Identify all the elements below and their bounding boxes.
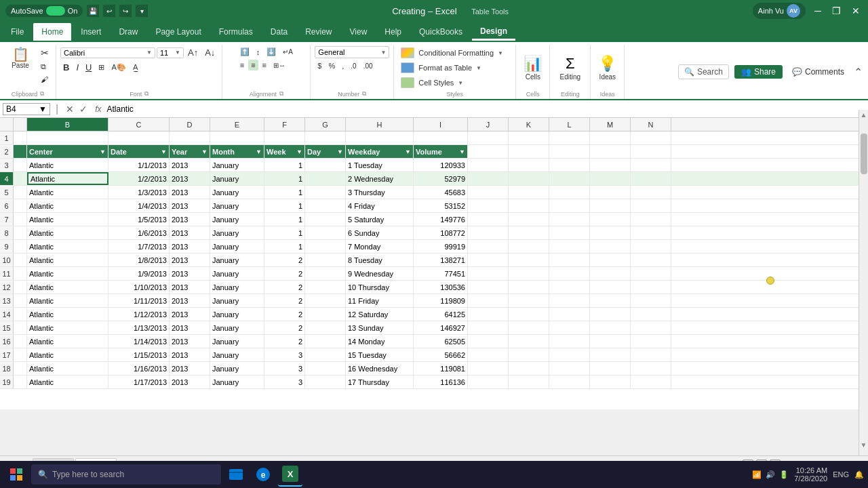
cell-d4[interactable]: 2013 (170, 172, 210, 185)
font-expand-icon[interactable]: ⧉ (144, 90, 149, 98)
col-header-n[interactable]: N (631, 118, 671, 131)
col-header-f[interactable]: F (264, 118, 305, 131)
share-button[interactable]: 👥 Share (734, 65, 783, 79)
percent-button[interactable]: % (326, 60, 338, 71)
autosave-badge[interactable]: AutoSave On (5, 5, 83, 17)
taskbar-edge-button[interactable]: e (251, 462, 275, 487)
name-box[interactable]: B4 ▼ (3, 103, 50, 115)
cell-d2-header[interactable]: Year▼ (170, 145, 210, 158)
minimize-button[interactable]: ─ (811, 4, 825, 18)
format-painter-button[interactable]: 🖌 (38, 74, 52, 85)
col-header-g[interactable]: G (305, 118, 346, 131)
cell-m3[interactable] (590, 159, 631, 171)
bold-button[interactable]: B (60, 61, 72, 74)
taskbar-explorer-button[interactable] (224, 462, 248, 487)
cell-f4[interactable]: 1 (264, 172, 305, 185)
ribbon-collapse-button[interactable]: ⌃ (854, 66, 863, 79)
cell-k1[interactable] (509, 131, 549, 144)
row-number[interactable]: 2 (0, 145, 14, 158)
corner-cell[interactable] (0, 118, 14, 131)
col-header-a[interactable] (14, 118, 27, 131)
tab-file[interactable]: File (3, 23, 32, 41)
col-header-e[interactable]: E (210, 118, 264, 131)
cell-c1[interactable] (108, 131, 170, 144)
cell-e3[interactable]: January (210, 159, 264, 171)
cell-m4[interactable] (590, 172, 631, 185)
tab-data[interactable]: Data (262, 23, 296, 41)
restore-button[interactable]: ❐ (830, 4, 844, 18)
format-as-table-button[interactable]: Format as Table ▼ (398, 61, 484, 75)
cell-n3[interactable] (631, 159, 671, 171)
cell-h4[interactable]: 2 Wednesday (346, 172, 414, 185)
row-number[interactable]: 4 (0, 172, 14, 185)
col-header-l[interactable]: L (549, 118, 590, 131)
tab-draw[interactable]: Draw (111, 23, 146, 41)
cell-k4[interactable] (509, 172, 549, 185)
confirm-formula-button[interactable]: ✓ (77, 103, 90, 115)
cell-b4-selected[interactable]: Atlantic (27, 172, 108, 185)
col-header-h[interactable]: H (346, 118, 414, 131)
col-header-i[interactable]: I (414, 118, 468, 131)
col-header-d[interactable]: D (170, 118, 210, 131)
notification-icon[interactable]: 🔔 (854, 470, 864, 479)
cell-e1[interactable] (210, 131, 264, 144)
cell-f3[interactable]: 1 (264, 159, 305, 171)
comments-button[interactable]: 💬 Comments (788, 65, 848, 79)
decrease-decimal-button[interactable]: .0 (348, 61, 359, 71)
volume-icon[interactable]: 🔊 (766, 470, 775, 479)
cell-e4[interactable]: January (210, 172, 264, 185)
cell-g2-header[interactable]: Day▼ (305, 145, 346, 158)
cell-e2-header[interactable]: Month▼ (210, 145, 264, 158)
cell-d3[interactable]: 2013 (170, 159, 210, 171)
decrease-font-button[interactable]: A↓ (202, 46, 218, 59)
language-indicator[interactable]: ENG (833, 470, 849, 479)
undo-icon[interactable]: ↩ (103, 5, 115, 17)
col-header-j[interactable]: J (468, 118, 509, 131)
wrap-text-button[interactable]: ↵A (280, 47, 296, 57)
cell-h1[interactable] (346, 131, 414, 144)
tab-page-layout[interactable]: Page Layout (147, 23, 209, 41)
merge-center-button[interactable]: ⊞↔ (271, 60, 288, 70)
cell-i4[interactable]: 52979 (414, 172, 468, 185)
col-header-k[interactable]: K (509, 118, 549, 131)
customize-qat-icon[interactable]: ▾ (136, 5, 148, 17)
tab-help[interactable]: Help (376, 23, 410, 41)
cell-k2[interactable] (509, 145, 549, 158)
comma-button[interactable]: , (339, 60, 347, 71)
cell-n1[interactable] (631, 131, 671, 144)
middle-align-button[interactable]: ↕ (254, 47, 263, 58)
cell-m2[interactable] (590, 145, 631, 158)
underline-button[interactable]: U (83, 61, 94, 74)
paste-button[interactable]: 📋 Paste (4, 46, 37, 70)
cut-button[interactable]: ✂ (38, 46, 52, 60)
cell-b2-header[interactable]: Center▼ (27, 145, 108, 158)
cell-j1[interactable] (468, 131, 509, 144)
ideas-button[interactable]: 💡 Ideas (595, 54, 620, 82)
alignment-expand-icon[interactable]: ⧉ (279, 90, 283, 98)
font-color-button[interactable]: A̲ (130, 62, 141, 73)
number-expand-icon[interactable]: ⧉ (362, 90, 366, 98)
cell-a4[interactable] (14, 172, 27, 185)
italic-button[interactable]: I (73, 61, 81, 74)
cell-l1[interactable] (549, 131, 590, 144)
border-button[interactable]: ⊞ (96, 62, 107, 73)
fill-color-button[interactable]: A🎨 (108, 62, 128, 73)
save-icon[interactable]: 💾 (87, 5, 99, 17)
left-align-button[interactable]: ≡ (237, 60, 247, 70)
cell-m1[interactable] (590, 131, 631, 144)
cell-g3[interactable] (305, 159, 346, 171)
close-button[interactable]: ✕ (849, 4, 863, 18)
cell-d1[interactable] (170, 131, 210, 144)
cell-b1[interactable] (27, 131, 108, 144)
cell-styles-button[interactable]: Cell Styles ▼ (398, 76, 466, 89)
font-size-selector[interactable]: 11 ▼ (157, 47, 184, 58)
cell-l4[interactable] (549, 172, 590, 185)
search-button[interactable]: 🔍 Search (678, 64, 729, 79)
tab-insert[interactable]: Insert (73, 23, 109, 41)
cell-g4[interactable] (305, 172, 346, 185)
col-header-b[interactable]: B (27, 118, 108, 131)
increase-font-button[interactable]: A↑ (185, 46, 201, 59)
taskbar-search[interactable]: 🔍 Type here to search (31, 464, 221, 485)
start-button[interactable] (4, 462, 28, 487)
tab-home[interactable]: Home (33, 23, 71, 41)
